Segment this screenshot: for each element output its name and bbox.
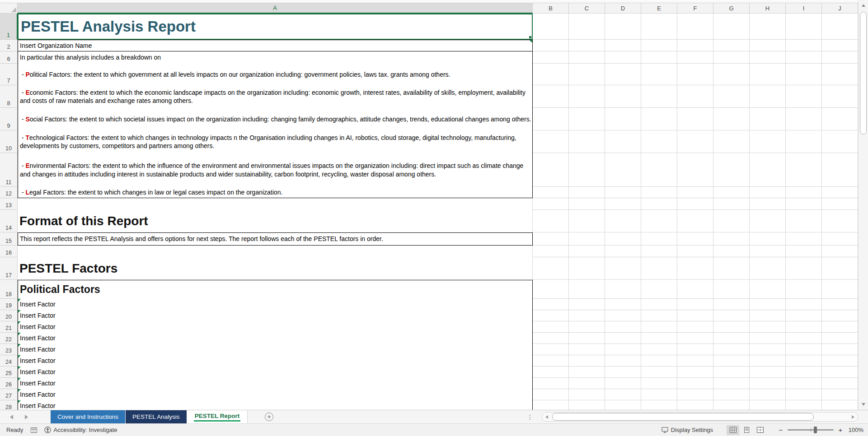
accessibility-status[interactable]: Accessibility: Investigate xyxy=(44,427,117,433)
row-header-9[interactable]: 9 xyxy=(0,108,18,130)
row-header-27[interactable]: 27 xyxy=(0,389,18,400)
horizontal-scrollbar[interactable] xyxy=(542,412,858,422)
empty-grid-cells[interactable] xyxy=(533,344,858,355)
cell-a17-pestel-factors-heading[interactable]: PESTEL Factors xyxy=(18,257,533,280)
cell-a10-technological-overview[interactable]: - Technological Factors: the extent to w… xyxy=(18,130,533,153)
cell-a20-insert-factor[interactable]: Insert Factor xyxy=(18,310,533,321)
row-header-28[interactable]: 28 xyxy=(0,400,18,410)
row-header-15[interactable]: 15 xyxy=(0,232,18,246)
empty-grid-cells[interactable] xyxy=(533,153,858,187)
macro-record-button[interactable] xyxy=(31,427,37,433)
row-header-6[interactable]: 6 xyxy=(0,51,18,64)
empty-grid-cells[interactable] xyxy=(533,130,858,153)
row-header-21[interactable]: 21 xyxy=(0,321,18,333)
empty-grid-cells[interactable] xyxy=(533,299,858,310)
zoom-out-button[interactable]: − xyxy=(778,426,784,434)
column-header-c[interactable]: C xyxy=(569,3,605,14)
horizontal-scroll-track[interactable] xyxy=(551,413,849,421)
page-break-preview-button[interactable] xyxy=(754,425,766,435)
column-header-e[interactable]: E xyxy=(641,3,677,14)
cell-a12-legal-overview[interactable]: - Legal Factors: the extent to which cha… xyxy=(18,187,533,198)
empty-grid-cells[interactable] xyxy=(533,14,858,40)
cell-a1-title[interactable]: PESTEL Analysis Report xyxy=(18,14,533,40)
select-all-button[interactable] xyxy=(0,3,18,14)
page-layout-view-button[interactable] xyxy=(740,425,753,435)
empty-grid-cells[interactable] xyxy=(533,85,858,108)
empty-grid-cells[interactable] xyxy=(533,108,858,130)
empty-grid-cells[interactable] xyxy=(533,378,858,389)
scroll-down-button[interactable] xyxy=(859,400,868,408)
cell-a19-insert-factor[interactable]: Insert Factor xyxy=(18,299,533,310)
zoom-slider-thumb[interactable] xyxy=(814,427,817,433)
row-header-2[interactable]: 2 xyxy=(0,40,18,51)
row-header-7[interactable]: 7 xyxy=(0,64,18,85)
cell-a26-insert-factor[interactable]: Insert Factor xyxy=(18,378,533,389)
cell-a7-political-overview[interactable]: - Political Factors: the extent to which… xyxy=(18,64,533,85)
row-header-22[interactable]: 22 xyxy=(0,333,18,344)
row-header-1[interactable]: 1 xyxy=(0,14,18,40)
scroll-left-button[interactable] xyxy=(542,415,551,419)
row-header-11[interactable]: 11 xyxy=(0,153,18,187)
empty-grid-cells[interactable] xyxy=(533,64,858,85)
row-header-16[interactable]: 16 xyxy=(0,246,18,257)
tab-scroll-right-icon[interactable] xyxy=(25,415,28,419)
empty-grid-cells[interactable] xyxy=(533,210,858,232)
empty-grid-cells[interactable] xyxy=(533,366,858,378)
tab-scroll-left-icon[interactable] xyxy=(10,415,13,419)
scroll-up-button[interactable] xyxy=(859,1,868,9)
column-header-g[interactable]: G xyxy=(713,3,750,14)
cell-a25-insert-factor[interactable]: Insert Factor xyxy=(18,366,533,378)
empty-grid-cells[interactable] xyxy=(533,187,858,198)
column-header-i[interactable]: I xyxy=(786,3,822,14)
normal-view-button[interactable] xyxy=(727,425,739,435)
tab-pestel-analysis[interactable]: PESTEL Analysis xyxy=(126,410,187,423)
cell-a11-environmental-overview[interactable]: - Environmental Factors: the extent to w… xyxy=(18,153,533,187)
empty-grid-cells[interactable] xyxy=(533,355,858,366)
new-sheet-button[interactable]: + xyxy=(265,413,273,421)
empty-grid-cells[interactable] xyxy=(533,198,858,210)
cell-a22-insert-factor[interactable]: Insert Factor xyxy=(18,333,533,344)
row-header-10[interactable]: 10 xyxy=(0,130,18,153)
row-header-14[interactable]: 14 xyxy=(0,210,18,232)
row-header-26[interactable]: 26 xyxy=(0,378,18,389)
tab-pestel-report[interactable]: PESTEL Report xyxy=(187,410,248,423)
empty-grid-cells[interactable] xyxy=(533,321,858,333)
empty-grid-cells[interactable] xyxy=(533,310,858,321)
vertical-scroll-thumb[interactable] xyxy=(860,12,867,135)
display-settings-button[interactable]: Display Settings xyxy=(662,427,713,433)
column-header-a[interactable]: A xyxy=(18,3,533,14)
row-header-17[interactable]: 17 xyxy=(0,257,18,280)
cell-a16-empty[interactable] xyxy=(18,246,533,257)
scroll-right-button[interactable] xyxy=(849,415,858,419)
column-header-j[interactable]: J xyxy=(822,3,858,14)
cell-a21-insert-factor[interactable]: Insert Factor xyxy=(18,321,533,333)
row-header-19[interactable]: 19 xyxy=(0,299,18,310)
empty-grid-cells[interactable] xyxy=(533,40,858,51)
vertical-scrollbar[interactable] xyxy=(858,0,868,410)
zoom-level[interactable]: 100% xyxy=(847,427,863,433)
empty-grid-cells[interactable] xyxy=(533,280,858,299)
empty-grid-cells[interactable] xyxy=(533,246,858,257)
empty-grid-cells[interactable] xyxy=(533,333,858,344)
cell-a18-political-factors-heading[interactable]: Political Factors xyxy=(18,280,533,299)
cell-a15-report-description[interactable]: This report reflects the PESTEL Analysis… xyxy=(18,232,533,246)
column-header-b[interactable]: B xyxy=(533,3,569,14)
cell-a27-insert-factor[interactable]: Insert Factor xyxy=(18,389,533,400)
row-header-25[interactable]: 25 xyxy=(0,366,18,378)
cell-a6-intro[interactable]: In particular this analysis includes a b… xyxy=(18,51,533,64)
cell-a23-insert-factor[interactable]: Insert Factor xyxy=(18,344,533,355)
column-header-d[interactable]: D xyxy=(605,3,641,14)
column-header-h[interactable]: H xyxy=(750,3,786,14)
cell-a2-organization-name[interactable]: Insert Organization Name xyxy=(18,40,533,51)
cell-a24-insert-factor[interactable]: Insert Factor xyxy=(18,355,533,366)
row-header-13[interactable]: 13 xyxy=(0,198,18,210)
tab-cover-and-instructions[interactable]: Cover and Instructions xyxy=(51,410,126,423)
row-header-23[interactable]: 23 xyxy=(0,344,18,355)
cell-a28-insert-factor[interactable]: Insert Factor xyxy=(18,400,533,410)
zoom-slider[interactable] xyxy=(788,429,834,431)
empty-grid-cells[interactable] xyxy=(533,400,858,410)
zoom-in-button[interactable]: + xyxy=(838,426,843,434)
empty-grid-cells[interactable] xyxy=(533,232,858,246)
row-header-8[interactable]: 8 xyxy=(0,85,18,108)
row-header-12[interactable]: 12 xyxy=(0,187,18,198)
